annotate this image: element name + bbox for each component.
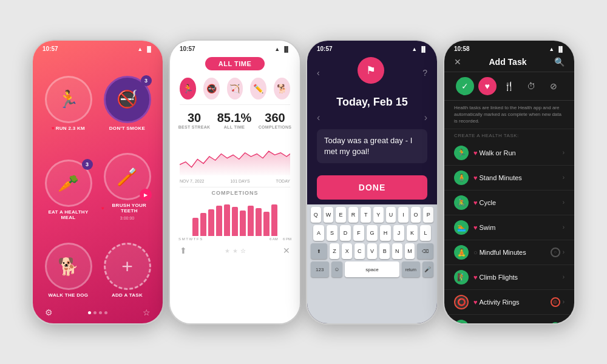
s3-nav: ‹ ⚑ ?	[307, 55, 437, 93]
s4-tab-check[interactable]: ✓	[456, 77, 474, 95]
s4-tab-ban[interactable]: ⊘	[544, 77, 563, 95]
key-a[interactable]: A	[313, 225, 324, 241]
key-m[interactable]: M	[405, 243, 415, 259]
key-delete[interactable]: ⌫	[417, 243, 433, 259]
s4-item-cycle[interactable]: 🚴 ♥Cycle ›	[444, 190, 574, 215]
key-s[interactable]: S	[327, 225, 337, 241]
s3-note[interactable]: Today was a great day - I met my goal!	[317, 129, 427, 163]
key-space[interactable]: space	[345, 261, 399, 277]
key-k[interactable]: K	[407, 225, 418, 241]
screen4-phone: 10:58 ▲ ▐▌ ✕ Add Task 🔍 ✓ ♥ 🍴 ⏱ ⊘ Health…	[443, 39, 575, 325]
bar-9	[256, 208, 262, 236]
s4-name-rings: ♥Activity Rings	[473, 298, 551, 306]
s2-pencil-icon[interactable]: ✏️	[250, 78, 266, 99]
s3-action-button[interactable]: ⚑	[358, 57, 384, 84]
key-e[interactable]: E	[336, 207, 346, 223]
s1-task-eat[interactable]: 🥕 3 EAT A HEALTHY MEAL	[42, 138, 94, 221]
s3-next-icon[interactable]: ›	[424, 112, 427, 123]
s1-statusbar: 10:57 ▲ ▐▌	[33, 41, 163, 55]
s1-circle-smoke[interactable]: 🚭 3	[104, 76, 151, 123]
s2-share-icon[interactable]: ⬆	[180, 246, 187, 255]
s2-run-icon[interactable]: 🏃	[180, 78, 196, 99]
key-l[interactable]: L	[420, 225, 431, 241]
s3-done-button[interactable]: DONE	[317, 175, 427, 200]
key-i[interactable]: I	[398, 207, 409, 223]
key-o[interactable]: O	[411, 207, 421, 223]
s1-task-walk[interactable]: 🐕 WALK THE DOG	[42, 228, 94, 298]
key-h[interactable]: H	[380, 225, 391, 241]
key-d[interactable]: D	[340, 225, 351, 241]
settings-icon[interactable]: ⚙	[45, 308, 53, 317]
s1-circle-dog[interactable]: 🐕	[45, 243, 92, 290]
s2-alltime-value: 85.1%	[217, 111, 252, 125]
smoke-badge: 3	[141, 75, 152, 86]
s4-item-stand[interactable]: 🧍 ♥Stand Minutes ›	[444, 166, 574, 190]
s4-task-list: 🏃 ♥Walk or Run › 🧍 ♥Stand Minutes › 🚴 ♥C…	[444, 141, 574, 323]
s3-prev-icon[interactable]: ‹	[317, 112, 320, 123]
s2-bar-chart	[170, 200, 300, 236]
s2-dog-icon[interactable]: 🐕	[274, 78, 290, 99]
s3-question-icon[interactable]: ?	[422, 68, 427, 78]
play-badge: ▶	[140, 189, 152, 201]
key-v[interactable]: V	[367, 243, 378, 259]
s3-date: Today, Feb 15	[307, 93, 437, 111]
s2-smoke-icon[interactable]: 🚭	[203, 78, 220, 99]
s4-info-text: Health tasks are linked to the Health ap…	[444, 101, 574, 129]
s4-item-stand-hours[interactable]: 🧍 ♥Stand Hours ○ ›	[444, 315, 574, 323]
key-u[interactable]: U	[386, 207, 396, 223]
s1-circle-add[interactable]: +	[104, 243, 151, 290]
s1-circle-eat[interactable]: 🥕 3	[45, 160, 92, 207]
all-time-button[interactable]: ALL TIME	[205, 57, 265, 70]
key-p[interactable]: P	[423, 207, 433, 223]
key-z[interactable]: Z	[330, 243, 340, 259]
key-g[interactable]: G	[367, 225, 378, 241]
s1-circle-run[interactable]: 🏃	[45, 76, 92, 123]
key-r[interactable]: R	[348, 207, 359, 223]
s2-line-chart	[170, 135, 300, 178]
s3-time: 10:57	[317, 46, 333, 52]
s4-item-mindful[interactable]: 🧘 ○Mindful Minutes ○ ›	[444, 240, 574, 265]
key-w[interactable]: W	[324, 207, 334, 223]
star-icon[interactable]: ☆	[143, 308, 151, 317]
s1-task-smoke[interactable]: 🚭 3 DON'T SMOKE	[101, 61, 153, 131]
key-t[interactable]: T	[361, 207, 371, 223]
key-return[interactable]: return	[402, 261, 420, 277]
key-y[interactable]: Y	[373, 207, 384, 223]
key-f[interactable]: F	[353, 225, 364, 241]
s4-ring-activity: ◎	[551, 297, 560, 307]
s4-item-rings[interactable]: ⭕ ♥Activity Rings ◎ ›	[444, 290, 574, 315]
s4-item-climb[interactable]: 🧗 ♥Climb Flights ›	[444, 265, 574, 290]
bar-10	[263, 212, 270, 236]
s4-tab-clock[interactable]: ⏱	[522, 77, 540, 95]
s4-tab-fork[interactable]: 🍴	[500, 77, 518, 95]
s1-task-add[interactable]: + ADD A TASK	[101, 228, 153, 298]
s1-circle-teeth[interactable]: 🪥 ▶	[104, 153, 151, 200]
key-j[interactable]: J	[393, 225, 404, 241]
key-shift[interactable]: ⬆	[311, 243, 327, 259]
key-q[interactable]: Q	[311, 207, 321, 223]
key-x[interactable]: X	[342, 243, 352, 259]
key-c[interactable]: C	[354, 243, 365, 259]
screen1: 10:57 ▲ ▐▌ 🏃 ♥ RUN 2.3 KM	[33, 41, 163, 323]
s2-date-end: TODAY	[276, 179, 290, 183]
s4-item-swim[interactable]: 🏊 ♥Swim ›	[444, 215, 574, 240]
s1-task-teeth[interactable]: 🪥 ▶ ♥ BRUSH YOUR TEETH 3:00:00	[101, 138, 153, 221]
s2-arrow-icon[interactable]: 🏹	[227, 78, 243, 99]
dot-4	[104, 311, 107, 314]
key-123[interactable]: 123	[311, 261, 329, 277]
s3-flag-icon: ⚑	[366, 64, 376, 77]
key-b[interactable]: B	[379, 243, 390, 259]
run-icon: 🏃	[58, 89, 79, 109]
s4-tab-heart[interactable]: ♥	[478, 77, 497, 95]
s3-back-icon[interactable]: ‹	[317, 68, 320, 78]
key-mic[interactable]: 🎤	[422, 261, 433, 277]
s4-search-icon[interactable]: 🔍	[554, 57, 565, 67]
screen1-phone: 10:57 ▲ ▐▌ 🏃 ♥ RUN 2.3 KM	[32, 39, 164, 325]
s4-item-walk-run[interactable]: 🏃 ♥Walk or Run ›	[444, 141, 574, 166]
s2-close-icon[interactable]: ✕	[283, 246, 290, 255]
key-n[interactable]: N	[392, 243, 402, 259]
s1-task-run[interactable]: 🏃 ♥ RUN 2.3 KM	[42, 61, 94, 131]
key-emoji[interactable]: ☺	[331, 261, 342, 277]
s4-section-label: CREATE A HEALTH TASK:	[444, 129, 574, 141]
s4-close-icon[interactable]: ✕	[454, 57, 461, 67]
